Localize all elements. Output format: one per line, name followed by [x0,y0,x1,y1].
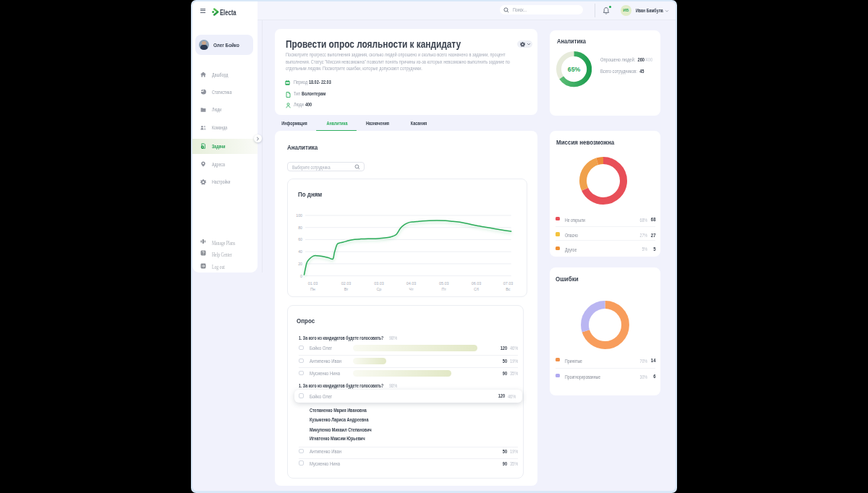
svg-text:Вс: Вс [506,287,511,291]
svg-text:100: 100 [296,213,302,218]
svg-text:65%: 65% [568,66,580,73]
svg-text:03.03: 03.03 [374,281,384,286]
svg-text:Пт: Пт [442,287,447,291]
svg-text:Вт: Вт [344,287,349,291]
svg-text:02.03: 02.03 [341,281,352,286]
svg-text:Ср: Ср [376,287,381,291]
svg-text:0: 0 [300,274,302,278]
svg-text:80: 80 [298,226,302,230]
svg-text:01.03: 01.03 [308,281,318,286]
svg-text:05.03: 05.03 [439,281,449,286]
svg-text:40: 40 [298,249,302,254]
svg-text:Пн: Пн [310,287,315,291]
svg-text:Чт: Чт [409,287,414,291]
svg-text:Сб: Сб [474,287,479,291]
svg-text:04.03: 04.03 [407,281,417,286]
svg-text:06.03: 06.03 [472,281,482,286]
svg-text:60: 60 [298,237,302,241]
svg-text:07.03: 07.03 [503,281,514,286]
svg-text:20: 20 [298,262,302,266]
